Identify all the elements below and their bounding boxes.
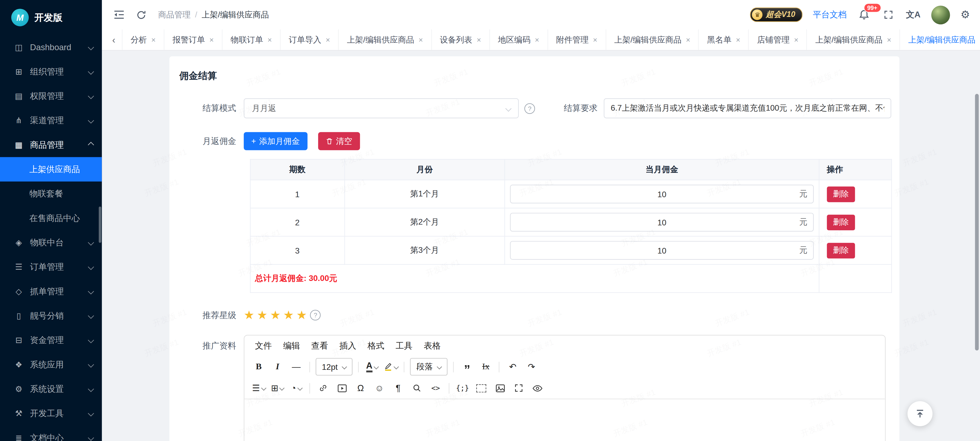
preview-eye-icon[interactable] bbox=[529, 380, 546, 396]
tab-edit-supply-goods-2[interactable]: 上架/编辑供应商品× bbox=[606, 29, 698, 50]
sidebar-subitem-iot-packages[interactable]: 物联套餐 bbox=[0, 182, 102, 206]
settings-gear-icon[interactable]: ⚙ bbox=[961, 8, 970, 21]
delete-row-button[interactable]: 删除 bbox=[827, 243, 855, 258]
visual-chars-icon[interactable]: ¶ bbox=[390, 380, 407, 396]
sidebar-item-system-apps[interactable]: ❖ 系统应用 bbox=[0, 352, 102, 377]
delete-row-button[interactable]: 删除 bbox=[827, 186, 855, 202]
commission-amount-input[interactable] bbox=[510, 241, 814, 260]
back-to-top-button[interactable] bbox=[908, 401, 933, 427]
tab-analysis[interactable]: 分析× bbox=[122, 29, 164, 50]
editor-content-area[interactable] bbox=[245, 399, 885, 441]
notification-bell-icon[interactable]: 99+ bbox=[857, 8, 871, 22]
close-icon[interactable]: × bbox=[794, 35, 799, 44]
close-icon[interactable]: × bbox=[736, 35, 740, 44]
search-replace-icon[interactable] bbox=[408, 380, 426, 396]
vip-badge[interactable]: ♛ 超会V10 bbox=[750, 8, 802, 22]
menu-insert[interactable]: 插入 bbox=[334, 339, 362, 354]
page-scrollbar[interactable] bbox=[975, 94, 979, 351]
star-rating-help-icon[interactable]: ? bbox=[310, 310, 321, 321]
sidebar-item-funds[interactable]: ⊟ 资金管理 bbox=[0, 328, 102, 352]
tabs-scroll-left-icon[interactable]: ‹ bbox=[106, 34, 122, 45]
close-icon[interactable]: × bbox=[887, 35, 891, 44]
insert-image-icon[interactable] bbox=[491, 380, 509, 396]
breadcrumb-section[interactable]: 商品管理 bbox=[158, 9, 191, 20]
redo-icon[interactable]: ↷ bbox=[523, 359, 540, 374]
sidebar-item-system-settings[interactable]: ⚙ 系统设置 bbox=[0, 377, 102, 401]
platform-docs-link[interactable]: 平台文档 bbox=[813, 9, 846, 20]
editor-fullscreen-icon[interactable] bbox=[510, 380, 527, 396]
bold-icon[interactable]: B bbox=[250, 359, 267, 374]
clear-formatting-icon[interactable]: Ix bbox=[477, 359, 494, 374]
sidebar-subitem-onsale-center[interactable]: 在售商品中心 bbox=[0, 206, 102, 230]
sidebar-item-goods[interactable]: ▦ 商品管理 bbox=[0, 133, 102, 157]
close-icon[interactable]: × bbox=[686, 35, 690, 44]
tab-iot-orders[interactable]: 物联订单× bbox=[222, 29, 280, 50]
sidebar-item-permissions[interactable]: ▤ 权限管理 bbox=[0, 84, 102, 108]
add-monthly-commission-button[interactable]: + 添加月佣金 bbox=[244, 132, 307, 150]
refresh-icon[interactable] bbox=[134, 8, 148, 22]
insert-datetime-icon[interactable]: ◔ bbox=[288, 380, 305, 396]
tab-edit-supply-goods-3[interactable]: 上架/编辑供应商品× bbox=[807, 29, 899, 50]
code-sample-icon[interactable]: {;} bbox=[454, 380, 471, 396]
sidebar-item-dev-tools[interactable]: ⚒ 开发工具 bbox=[0, 401, 102, 426]
paragraph-style-select[interactable]: 段落 bbox=[410, 358, 448, 375]
tab-order-import[interactable]: 订单导入× bbox=[280, 29, 338, 50]
settle-mode-help-icon[interactable]: ? bbox=[524, 103, 535, 114]
sidebar-item-number-distribution[interactable]: ▯ 靓号分销 bbox=[0, 304, 102, 328]
undo-icon[interactable]: ↶ bbox=[504, 359, 522, 374]
menu-table[interactable]: 表格 bbox=[418, 339, 446, 354]
tab-edit-supply-goods-active[interactable]: 上架/编辑供应商品× bbox=[899, 29, 980, 50]
clear-commission-button[interactable]: 清空 bbox=[318, 132, 360, 150]
blockquote-icon[interactable]: ” bbox=[458, 357, 476, 377]
tab-blacklist[interactable]: 黑名单× bbox=[698, 29, 749, 50]
close-icon[interactable]: × bbox=[267, 35, 272, 44]
tab-device-list[interactable]: 设备列表× bbox=[431, 29, 489, 50]
text-color-icon[interactable]: A bbox=[363, 359, 381, 374]
close-icon[interactable]: × bbox=[477, 35, 481, 44]
menu-file[interactable]: 文件 bbox=[249, 339, 277, 354]
sidebar-item-doc-center[interactable]: ≣ 文档中心 bbox=[0, 426, 102, 441]
star-icon[interactable]: ★ bbox=[244, 309, 255, 321]
settle-mode-select[interactable]: 月月返 bbox=[244, 98, 519, 118]
source-code-icon[interactable]: <> bbox=[427, 380, 444, 396]
sidebar-scrollbar[interactable] bbox=[99, 206, 101, 243]
visual-blocks-icon[interactable] bbox=[473, 380, 490, 396]
sidebar-item-channels[interactable]: ⋔ 渠道管理 bbox=[0, 108, 102, 133]
delete-row-button[interactable]: 删除 bbox=[827, 214, 855, 230]
tab-store-mgmt[interactable]: 店铺管理× bbox=[748, 29, 807, 50]
close-icon[interactable]: × bbox=[326, 35, 330, 44]
language-translate-icon[interactable]: 文A bbox=[906, 9, 920, 20]
bullet-list-icon[interactable]: ☰ bbox=[250, 380, 267, 396]
menu-tools[interactable]: 工具 bbox=[390, 339, 418, 354]
sidebar-item-orders[interactable]: ☰ 订单管理 bbox=[0, 255, 102, 279]
star-icon[interactable]: ★ bbox=[270, 309, 281, 321]
emoticons-icon[interactable]: ☺ bbox=[371, 380, 388, 396]
commission-amount-input[interactable] bbox=[510, 213, 814, 232]
special-character-icon[interactable]: Ω bbox=[352, 380, 369, 396]
italic-icon[interactable]: I bbox=[269, 359, 286, 374]
sidebar-item-organization[interactable]: ⊞ 组织管理 bbox=[0, 59, 102, 84]
menu-view[interactable]: 查看 bbox=[305, 339, 334, 354]
sidebar-item-dashboard[interactable]: ◫ Dashboard bbox=[0, 35, 102, 59]
tab-attachment-mgmt[interactable]: 附件管理× bbox=[547, 29, 605, 50]
link-icon[interactable] bbox=[314, 380, 332, 396]
close-icon[interactable]: × bbox=[418, 35, 423, 44]
close-icon[interactable]: × bbox=[151, 35, 156, 44]
avatar[interactable] bbox=[931, 5, 950, 24]
close-icon[interactable]: × bbox=[535, 35, 539, 44]
collapse-sidebar-icon[interactable] bbox=[112, 8, 126, 22]
tab-alarm-orders[interactable]: 报警订单× bbox=[164, 29, 222, 50]
fullscreen-icon[interactable] bbox=[881, 8, 895, 22]
highlight-color-icon[interactable] bbox=[382, 359, 399, 374]
insert-table-icon[interactable]: ⊞ bbox=[269, 380, 286, 396]
commission-amount-input[interactable] bbox=[510, 185, 814, 203]
menu-edit[interactable]: 编辑 bbox=[277, 339, 305, 354]
sidebar-subitem-listed-supply-goods[interactable]: 上架供应商品 bbox=[0, 157, 102, 181]
sidebar-item-iot-platform[interactable]: ◈ 物联中台 bbox=[0, 230, 102, 254]
sidebar-item-grab-orders[interactable]: ◇ 抓单管理 bbox=[0, 279, 102, 304]
star-icon[interactable]: ★ bbox=[283, 309, 294, 321]
star-icon[interactable]: ★ bbox=[296, 309, 307, 321]
insert-media-icon[interactable] bbox=[333, 380, 351, 396]
brand-header[interactable]: M 开发版 bbox=[0, 0, 102, 35]
tab-edit-supply-goods-1[interactable]: 上架/编辑供应商品× bbox=[338, 29, 431, 50]
